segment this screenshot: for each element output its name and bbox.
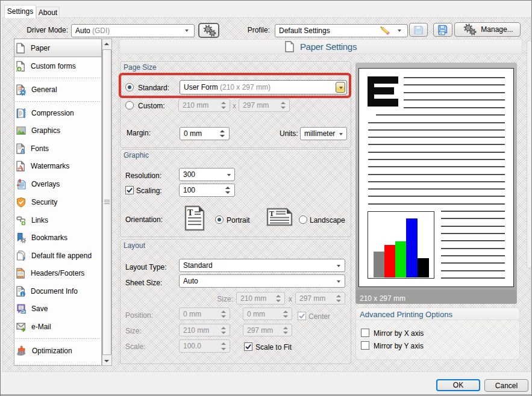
svg-text:T: T <box>269 209 274 218</box>
svg-text:A: A <box>20 147 25 154</box>
svg-text:A: A <box>18 163 24 172</box>
svg-text:i: i <box>22 292 23 297</box>
svg-text:T: T <box>187 208 193 217</box>
